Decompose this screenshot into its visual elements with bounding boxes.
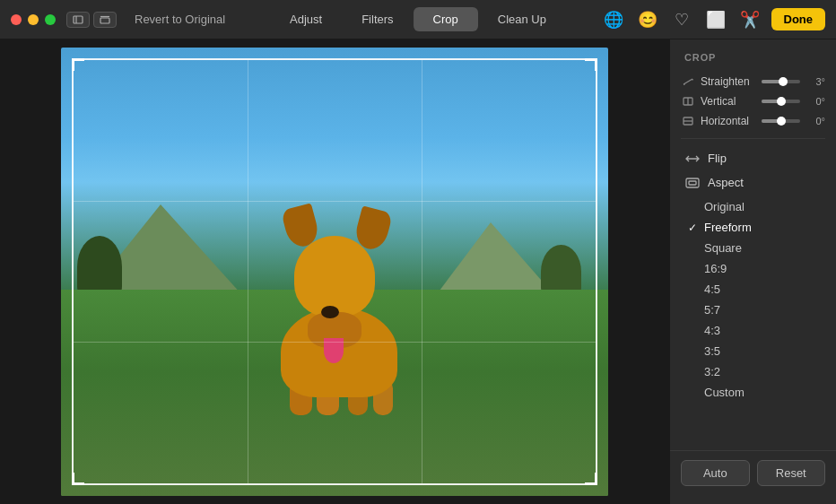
vertical-value: 0° [806, 96, 825, 107]
aspect-item-3-5[interactable]: 3:5 [670, 341, 836, 361]
aspect-label-original: Original [704, 200, 745, 213]
aspect-label-square: Square [704, 241, 742, 255]
filmstrip-toggle-button[interactable] [93, 12, 117, 28]
vertical-label: Vertical [701, 95, 756, 108]
aspect-label-16-9: 16:9 [704, 262, 727, 275]
aspect-item-3-2[interactable]: 3:2 [670, 361, 836, 382]
aspect-item-4-3[interactable]: 4:3 [670, 320, 836, 341]
photo-wrapper [61, 48, 608, 496]
aspect-item-square[interactable]: Square [670, 238, 836, 258]
horizontal-label: Horizontal [701, 115, 756, 127]
dog-tongue [324, 338, 344, 363]
close-button[interactable] [11, 14, 22, 25]
straighten-label: Straighten [701, 75, 756, 88]
revert-button[interactable]: Revert to Original [127, 9, 232, 30]
aspect-label-5-7: 5:7 [704, 303, 720, 317]
divider-1 [681, 138, 825, 139]
aspect-check-freeform: ✓ [688, 222, 697, 234]
straighten-value: 3° [806, 76, 825, 87]
sidebar-toggle-button[interactable] [66, 12, 90, 28]
traffic-lights [11, 14, 56, 25]
aspect-list: Original ✓ Freeform Square 16:9 4:5 5:7 … [670, 195, 836, 404]
dog [245, 218, 424, 415]
maximize-button[interactable] [45, 14, 56, 25]
straighten-row: Straighten 3° [670, 72, 836, 91]
auto-button[interactable]: Auto [681, 460, 750, 486]
window-controls [66, 12, 117, 28]
tools-icon-button[interactable]: ✂️ [737, 7, 762, 32]
reset-button[interactable]: Reset [757, 460, 826, 486]
crop-icon-button[interactable]: ⬜ [703, 7, 728, 32]
svg-rect-12 [689, 181, 696, 185]
aspect-item-original[interactable]: Original [670, 196, 836, 217]
tab-cleanup[interactable]: Clean Up [478, 7, 566, 31]
aspect-icon [684, 177, 701, 189]
favorite-icon-button[interactable]: ♡ [669, 7, 694, 32]
main-content: CROP Straighten 3° [0, 39, 836, 504]
done-button[interactable]: Done [771, 8, 826, 30]
aspect-title-label: Aspect [708, 176, 744, 189]
vertical-thumb[interactable] [777, 97, 786, 106]
panel-bottom: Auto Reset [670, 450, 836, 495]
photo-background [61, 48, 608, 496]
dog-nose [321, 306, 339, 318]
aspect-label-3-2: 3:2 [704, 365, 720, 378]
aspect-item-16-9[interactable]: 16:9 [670, 258, 836, 279]
photo-area [0, 39, 669, 504]
tab-adjust[interactable]: Adjust [270, 7, 342, 31]
aspect-label-3-5: 3:5 [704, 344, 720, 358]
aspect-label-4-3: 4:3 [704, 324, 720, 337]
tab-filters[interactable]: Filters [342, 7, 413, 31]
aspect-label-freeform: Freeform [704, 221, 752, 234]
horizontal-slider[interactable] [762, 119, 800, 123]
tab-crop[interactable]: Crop [414, 7, 478, 31]
aspect-item-4-5[interactable]: 4:5 [670, 279, 836, 300]
aspect-label-custom: Custom [704, 386, 745, 399]
titlebar: Revert to Original Adjust Filters Crop C… [0, 0, 836, 39]
svg-rect-11 [686, 178, 699, 187]
svg-rect-2 [100, 18, 109, 23]
panel-section-title: CROP [670, 52, 836, 72]
aspect-label-4-5: 4:5 [704, 282, 720, 296]
horizontal-icon [681, 115, 695, 127]
svg-rect-0 [74, 16, 83, 23]
horizontal-row: Horizontal 0° [670, 111, 836, 131]
horizontal-thumb[interactable] [777, 117, 786, 126]
dog-head [294, 236, 375, 317]
flip-icon [684, 152, 701, 165]
straighten-thumb[interactable] [779, 77, 788, 86]
straighten-icon [681, 75, 695, 88]
aspect-section[interactable]: Aspect [670, 170, 836, 195]
aspect-item-freeform[interactable]: ✓ Freeform [670, 217, 836, 238]
minimize-button[interactable] [28, 14, 39, 25]
location-icon-button[interactable]: 🌐 [601, 7, 626, 32]
vertical-slider[interactable] [762, 100, 800, 103]
flip-row[interactable]: Flip [670, 146, 836, 170]
aspect-item-custom[interactable]: Custom [670, 382, 836, 403]
straighten-slider[interactable] [762, 80, 800, 83]
svg-line-4 [684, 79, 692, 84]
right-panel: CROP Straighten 3° [669, 39, 836, 504]
horizontal-value: 0° [806, 116, 825, 126]
toolbar-right: 🌐 😊 ♡ ⬜ ✂️ Done [601, 7, 826, 32]
aspect-item-5-7[interactable]: 5:7 [670, 300, 836, 320]
flip-label: Flip [708, 152, 727, 165]
vertical-icon [681, 95, 695, 108]
vertical-row: Vertical 0° [670, 91, 836, 111]
nav-tabs: Adjust Filters Crop Clean Up [270, 7, 566, 31]
mountain-right [437, 222, 553, 294]
emoji-icon-button[interactable]: 😊 [635, 7, 660, 32]
